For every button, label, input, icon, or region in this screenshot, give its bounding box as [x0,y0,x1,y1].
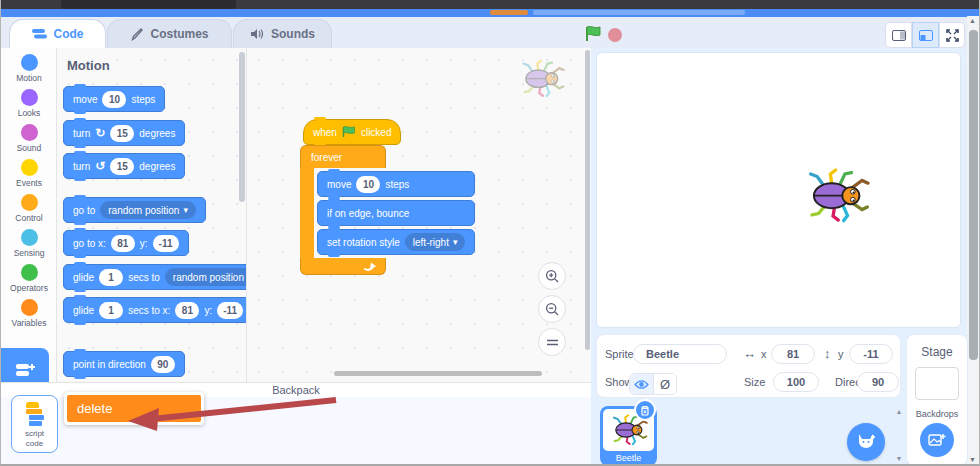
turn-right-input[interactable]: 15 [110,125,134,142]
sprite-list-scrollbar[interactable]: ▲▼ [894,404,904,464]
stage-thumbnail[interactable] [915,367,959,400]
block-when-flag-clicked[interactable]: when clicked [303,119,401,145]
direction-input[interactable]: 90 [857,372,899,392]
green-flag-icon [342,126,356,138]
page-scrollbar[interactable]: ▲ ▼ [967,16,980,466]
x-position-icon: ↔ [743,346,756,361]
visibility-toggle: Ø [629,373,677,395]
zoom-out-icon [545,302,560,317]
block-if-on-edge-bounce[interactable]: if on edge, bounce [317,200,475,226]
block-set-rotation-style[interactable]: set rotation styleleft-right [317,229,475,255]
script-move-input[interactable]: 10 [356,176,380,193]
glide-y-input[interactable]: -11 [217,302,243,319]
scrollbar-thumb[interactable] [969,30,978,360]
block-go-to-xy[interactable]: go to x:81y:-11 [63,230,189,256]
block-turn-left[interactable]: turn↺15degrees [63,153,185,179]
tab-costumes-label: Costumes [150,27,208,41]
loop-arrow-icon [363,261,376,272]
tab-code-label: Code [54,27,84,41]
tab-sounds[interactable]: Sounds [233,19,332,48]
x-label: x [761,348,767,360]
script-area[interactable]: when clicked forever move10steps if on e… [247,48,591,382]
y-input[interactable]: -11 [849,344,893,364]
stage-selector-panel[interactable]: Stage Backdrops [906,334,968,466]
x-input[interactable]: 81 [771,344,815,364]
category-variables[interactable]: Variables [1,293,57,328]
variables-dot [21,299,38,316]
header-menu-segment [533,10,745,15]
costumes-icon [130,28,143,41]
go-to-y-input[interactable]: -11 [153,235,179,252]
category-sensing[interactable]: Sensing [1,223,57,258]
move-steps-input[interactable]: 10 [102,91,126,108]
rotation-style-dropdown[interactable]: left-right [405,233,466,251]
small-stage-button[interactable] [885,22,912,48]
glide-xy-secs-input[interactable]: 1 [99,302,123,319]
stage[interactable] [596,52,961,328]
size-label: Size [744,376,765,388]
go-to-x-input[interactable]: 81 [111,235,135,252]
category-sound[interactable]: Sound [1,118,57,153]
block-move-steps-script[interactable]: move10steps [317,171,475,197]
scroll-down-icon: ▼ [969,456,976,463]
operators-dot [21,264,38,281]
backpack-item-thumbnail [22,401,48,427]
forever-loop-end [300,258,386,275]
turn-left-input[interactable]: 15 [110,158,134,175]
block-glide[interactable]: glide1secs torandom position [63,264,247,290]
sprite-name-input[interactable]: Beetle [633,344,727,364]
point-direction-input[interactable]: 90 [151,356,175,373]
script-vscrollbar[interactable] [585,50,590,350]
palette-scrollbar[interactable] [239,52,245,202]
category-motion-label: Motion [16,73,42,83]
green-flag-button[interactable] [585,26,603,42]
block-turn-right[interactable]: turn↻15degrees [63,120,185,146]
stop-button[interactable] [608,28,622,42]
context-menu-delete[interactable]: delete [67,395,201,422]
glide-x-input[interactable]: 81 [175,302,199,319]
zoom-in-icon [545,269,560,284]
block-forever[interactable]: forever move10steps if on edge, bounce s… [300,145,475,275]
tab-costumes[interactable]: Costumes [107,19,232,48]
add-sprite-button[interactable] [847,423,885,461]
zoom-in-button[interactable] [538,262,566,290]
script-hscrollbar[interactable] [334,371,542,376]
category-control-label: Control [15,213,42,223]
glide-dropdown[interactable]: random position [165,268,247,286]
browser-top-bar [1,0,980,9]
forever-label: forever [300,145,386,168]
size-input[interactable]: 100 [773,372,819,392]
block-move-steps[interactable]: move10steps [63,86,165,112]
block-point-direction[interactable]: point in direction90 [63,351,185,377]
category-motion[interactable]: Motion [1,48,57,83]
glide-secs-input[interactable]: 1 [99,269,123,286]
backpack-item-script[interactable]: scriptcode [11,395,58,453]
category-control[interactable]: Control [1,188,57,223]
category-operators[interactable]: Operators [1,258,57,293]
stage-panel-title: Stage [921,345,952,359]
show-button[interactable] [630,374,653,394]
zoom-out-button[interactable] [538,295,566,323]
sounds-icon [250,28,264,40]
small-stage-icon [892,30,906,41]
zoom-reset-button[interactable] [538,328,566,356]
category-looks[interactable]: Looks [1,83,57,118]
normal-stage-button[interactable] [912,22,939,48]
block-go-to[interactable]: go torandom position [63,197,206,223]
block-glide-xy[interactable]: glide1secs to x:81y:-11 [63,297,247,323]
tab-code[interactable]: Code [9,19,106,48]
add-backdrop-button[interactable] [920,423,954,457]
category-variables-label: Variables [12,318,47,328]
hide-button[interactable]: Ø [653,374,676,394]
turn-right-icon: ↻ [95,126,105,140]
delete-sprite-button[interactable] [634,399,656,421]
category-events[interactable]: Events [1,153,57,188]
backpack-body: scriptcode delete [1,397,591,466]
sound-dot [21,124,38,141]
fullscreen-button[interactable] [939,22,965,48]
sprite-info-panel: Sprite Beetle ↔ x 81 ↕ y -11 Show Ø Size… [596,334,901,398]
go-to-dropdown[interactable]: random position [100,201,196,219]
cat-plus-icon [855,432,877,452]
beetle-sprite-on-stage[interactable] [804,166,870,225]
events-dot [21,159,38,176]
